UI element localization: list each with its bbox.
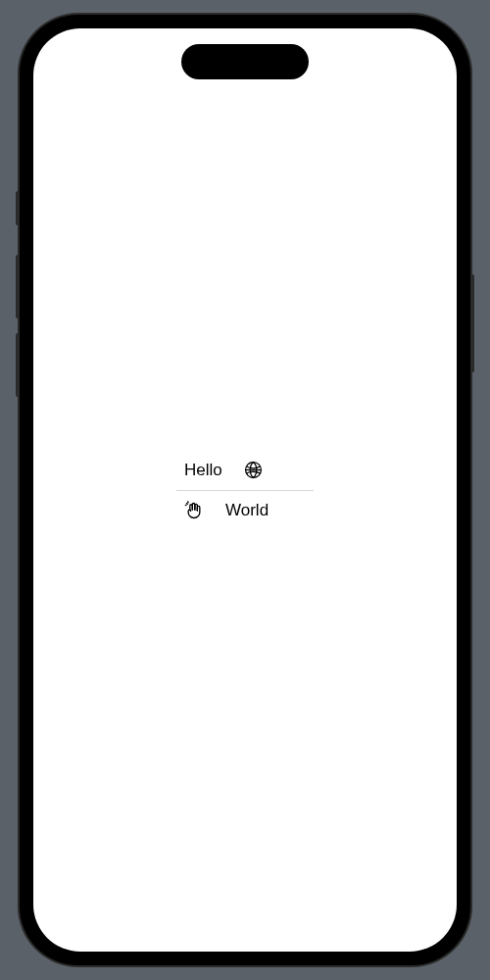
volume-silence-switch <box>16 191 20 225</box>
list-row-hello[interactable]: Hello <box>176 451 314 490</box>
list-row-label: World <box>225 501 269 520</box>
list-row-label: Hello <box>184 461 222 480</box>
power-button <box>470 274 474 372</box>
globe-icon <box>244 461 264 480</box>
phone-frame: Hello <box>20 15 470 965</box>
volume-up-button <box>16 255 20 318</box>
dynamic-island <box>181 44 309 79</box>
volume-down-button <box>16 333 20 397</box>
hand-wave-icon <box>184 501 204 520</box>
screen: Hello <box>33 28 457 952</box>
list-row-world[interactable]: World <box>176 491 314 530</box>
list-content: Hello <box>176 451 314 530</box>
